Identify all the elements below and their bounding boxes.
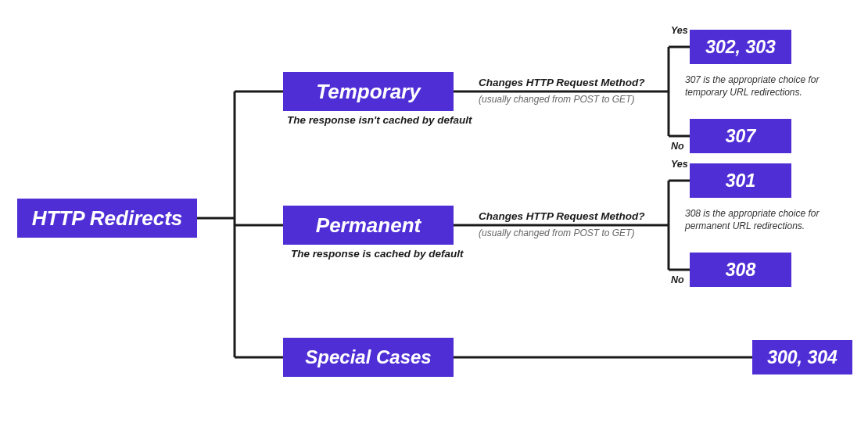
permanent-question: Changes HTTP Request Method? <box>479 210 645 222</box>
temporary-yes-codes-box: 302, 303 <box>690 30 791 64</box>
temporary-label: Temporary <box>316 80 420 104</box>
temporary-no-label: No <box>671 141 684 152</box>
temporary-question: Changes HTTP Request Method? <box>479 77 645 88</box>
permanent-note: 308 is the appropriate choice for perman… <box>685 207 849 232</box>
temporary-yes-label: Yes <box>671 25 688 36</box>
permanent-yes-label: Yes <box>671 159 688 170</box>
permanent-no-codes: 308 <box>726 260 755 281</box>
permanent-label: Permanent <box>316 213 421 238</box>
special-cases-node: Special Cases <box>283 338 454 377</box>
special-codes: 300, 304 <box>767 347 838 368</box>
temporary-node: Temporary <box>283 72 454 111</box>
temporary-note: 307 is the appropriate choice for tempor… <box>685 73 849 99</box>
temporary-no-codes-box: 307 <box>690 119 791 153</box>
permanent-node: Permanent <box>283 206 454 245</box>
temporary-yes-codes: 302, 303 <box>705 37 776 58</box>
permanent-yes-codes-box: 301 <box>690 163 791 198</box>
special-codes-box: 300, 304 <box>752 340 852 374</box>
permanent-question-sub: (usually changed from POST to GET) <box>479 228 634 238</box>
special-cases-label: Special Cases <box>305 346 431 368</box>
permanent-subtitle: The response is cached by default <box>291 248 464 260</box>
temporary-subtitle: The response isn't cached by default <box>287 114 472 126</box>
permanent-yes-codes: 301 <box>726 170 755 192</box>
permanent-no-label: No <box>671 274 684 285</box>
root-label: HTTP Redirects <box>32 206 183 231</box>
root-node: HTTP Redirects <box>17 199 197 238</box>
permanent-no-codes-box: 308 <box>690 253 791 287</box>
temporary-no-codes: 307 <box>726 126 755 147</box>
temporary-question-sub: (usually changed from POST to GET) <box>479 94 634 105</box>
